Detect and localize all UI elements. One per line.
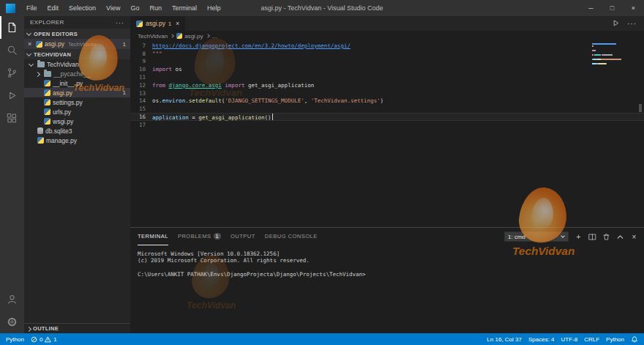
chevron-spacer xyxy=(34,80,42,87)
close-window-button[interactable]: × xyxy=(623,0,644,16)
menu-file[interactable]: File xyxy=(21,0,42,16)
line-number[interactable]: 12 xyxy=(130,82,152,89)
code-line-16[interactable]: 16application = get_asgi_application() xyxy=(130,113,644,121)
outline-section-header[interactable]: OUTLINE xyxy=(24,323,130,333)
file-name: settings.py xyxy=(53,99,83,106)
notifications-button[interactable] xyxy=(631,335,638,343)
editor-more-actions-button[interactable]: ··· xyxy=(627,20,637,28)
tree-item-wsgi.py[interactable]: wsgi.py xyxy=(24,116,130,126)
menu-selection[interactable]: Selection xyxy=(64,0,101,16)
menu-help[interactable]: Help xyxy=(202,0,226,16)
maximize-button[interactable]: □ xyxy=(602,0,623,16)
status-problems[interactable]: 0 1 xyxy=(31,336,57,343)
panel-tab-problems[interactable]: PROBLEMS1 xyxy=(178,228,221,245)
line-number[interactable]: 13 xyxy=(130,90,152,97)
tab-asgi-py[interactable]: asgi.py 1 × xyxy=(130,16,185,31)
status-python-interpreter[interactable]: Python xyxy=(6,336,24,343)
code-line-8[interactable]: 8""" xyxy=(130,50,644,58)
open-editors-label: OPEN EDITORS xyxy=(34,31,78,37)
menu-edit[interactable]: Edit xyxy=(42,0,64,16)
editor-tab-bar: asgi.py 1 × ··· xyxy=(130,16,644,31)
menu-terminal[interactable]: Terminal xyxy=(167,0,202,16)
tree-item-TechVidvan[interactable]: TechVidvan xyxy=(24,59,130,69)
file-name: wsgi.py xyxy=(53,118,73,125)
files-icon xyxy=(7,22,18,33)
maximize-panel-button[interactable] xyxy=(616,233,624,241)
code-line-15[interactable]: 15 xyxy=(130,105,644,113)
activity-search[interactable] xyxy=(0,39,24,62)
line-number[interactable]: 16 xyxy=(130,114,152,120)
close-panel-button[interactable]: × xyxy=(630,233,638,241)
status-indentation[interactable]: Spaces: 4 xyxy=(528,336,555,343)
status-cursor-position[interactable]: Ln 16, Col 37 xyxy=(487,336,522,343)
panel-tab-output[interactable]: OUTPUT xyxy=(231,228,255,245)
gear-icon xyxy=(7,316,18,327)
terminal-content[interactable]: Microsoft Windows [Version 10.0.18362.12… xyxy=(130,245,644,278)
close-editor-icon[interactable]: × xyxy=(28,40,34,48)
chevron-right-icon xyxy=(26,325,33,333)
minimize-button[interactable]: ─ xyxy=(580,0,602,16)
text-cursor xyxy=(272,114,273,120)
line-number[interactable]: 7 xyxy=(130,42,152,49)
file-name: urls.py xyxy=(53,108,71,116)
activity-source-control[interactable] xyxy=(0,62,24,84)
code-line-7[interactable]: 7https://docs.djangoproject.com/en/3.2/h… xyxy=(130,42,644,50)
breadcrumb-item-1[interactable]: asgi.py xyxy=(184,33,203,40)
breadcrumb-item-2[interactable]: ... xyxy=(212,33,217,40)
explorer-more-actions-button[interactable]: ··· xyxy=(116,19,124,26)
tree-item-urls.py[interactable]: urls.py xyxy=(24,107,130,116)
terminal-line: (c) 2019 Microsoft Corporation. All righ… xyxy=(138,257,644,264)
code-line-13[interactable]: 13 xyxy=(130,89,644,97)
code-line-14[interactable]: 14os.environ.setdefault('DJANGO_SETTINGS… xyxy=(130,97,644,105)
line-number[interactable]: 10 xyxy=(130,66,152,73)
kill-terminal-button[interactable] xyxy=(602,233,610,241)
terminal-line xyxy=(138,264,644,271)
activity-extensions[interactable] xyxy=(0,107,24,130)
workspace-header[interactable]: TECHVIDVAN xyxy=(24,49,130,59)
menu-view[interactable]: View xyxy=(101,0,125,16)
line-number[interactable]: 14 xyxy=(130,97,152,104)
terminal-shell-select[interactable]: 1: cmd xyxy=(504,231,569,242)
activity-run-debug[interactable] xyxy=(0,84,24,107)
line-number[interactable]: 8 xyxy=(130,51,152,57)
panel-tab-debug-console[interactable]: DEBUG CONSOLE xyxy=(265,228,318,245)
open-editor-detail: TechVidvan xyxy=(68,41,97,48)
new-terminal-button[interactable]: + xyxy=(574,233,583,241)
open-editors-header[interactable]: OPEN EDITORS xyxy=(24,29,130,39)
settings-button[interactable] xyxy=(0,311,24,333)
menu-go[interactable]: Go xyxy=(125,0,144,16)
line-number[interactable]: 11 xyxy=(130,74,152,81)
tree-item-asgi.py[interactable]: asgi.py1 xyxy=(24,88,130,97)
tree-item-__pycache__[interactable]: __pycache__ xyxy=(24,69,130,78)
code-line-9[interactable]: 9 xyxy=(130,58,644,66)
status-language[interactable]: Python xyxy=(606,336,624,343)
split-terminal-button[interactable] xyxy=(588,233,596,241)
tree-item-manage.py[interactable]: manage.py xyxy=(24,136,130,145)
menu-run[interactable]: Run xyxy=(144,0,167,16)
account-button[interactable] xyxy=(0,288,24,311)
status-encoding[interactable]: UTF-8 xyxy=(561,336,578,343)
line-number[interactable]: 15 xyxy=(130,105,152,112)
open-editor-item[interactable]: × asgi.py TechVidvan 1 xyxy=(24,39,130,49)
code-line-17[interactable]: 17 xyxy=(130,121,644,129)
line-number[interactable]: 17 xyxy=(130,122,152,128)
run-python-file-button[interactable] xyxy=(612,17,620,30)
bell-icon xyxy=(631,335,638,343)
close-tab-icon[interactable]: × xyxy=(176,20,179,27)
status-eol[interactable]: CRLF xyxy=(584,336,599,343)
code-line-12[interactable]: 12from django.core.asgi import get_asgi_… xyxy=(130,81,644,89)
line-number[interactable]: 9 xyxy=(130,58,152,64)
minimap[interactable] xyxy=(592,43,634,67)
code-line-11[interactable]: 11 xyxy=(130,73,644,81)
breadcrumb-item-0[interactable]: TechVidvan xyxy=(138,33,168,40)
tree-item-db.sqlite3[interactable]: db.sqlite3 xyxy=(24,126,130,136)
chevron-spacer xyxy=(34,108,42,116)
file-name: __init__.py xyxy=(53,80,83,87)
code-line-10[interactable]: 10import os xyxy=(130,65,644,73)
panel-tab-terminal[interactable]: TERMINAL xyxy=(138,228,168,245)
tree-item-__init__.py[interactable]: __init__.py xyxy=(24,78,130,88)
activity-explorer[interactable] xyxy=(0,16,24,39)
tree-item-settings.py[interactable]: settings.py xyxy=(24,97,130,107)
editor-code-area[interactable]: 7https://docs.djangoproject.com/en/3.2/h… xyxy=(130,41,644,227)
python-icon xyxy=(44,80,50,86)
